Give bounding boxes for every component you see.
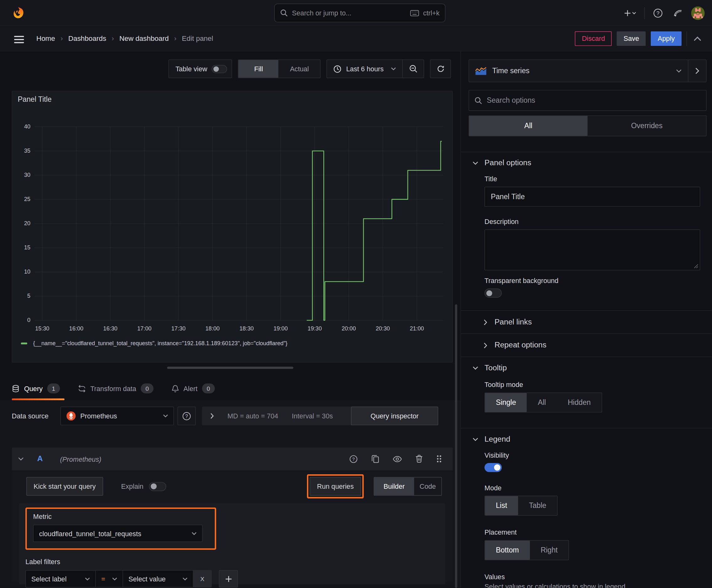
resize-grip-icon[interactable]: [694, 264, 698, 268]
description-textarea[interactable]: [484, 229, 700, 270]
toggle-visibility-eye-icon[interactable]: [391, 454, 404, 464]
alert-count-badge: 0: [202, 383, 214, 394]
placement-right-option[interactable]: Right: [530, 541, 568, 560]
grafana-logo-icon[interactable]: [11, 6, 25, 19]
menu-icon[interactable]: [12, 34, 26, 45]
topbar-divider: [644, 7, 645, 19]
viz-suggestions-button[interactable]: [688, 60, 706, 82]
tooltip-single-option[interactable]: Single: [485, 393, 527, 412]
chevron-down-icon: [391, 67, 396, 70]
help-icon[interactable]: ?: [651, 6, 665, 20]
legend-list-option[interactable]: List: [485, 496, 518, 515]
legend-visibility-toggle[interactable]: [484, 463, 502, 472]
run-queries-highlight: Run queries: [307, 474, 364, 499]
run-queries-button[interactable]: Run queries: [310, 477, 361, 496]
metric-label: Metric: [33, 512, 209, 521]
news-rss-icon[interactable]: [671, 6, 685, 20]
delete-query-trash-icon[interactable]: [414, 453, 425, 465]
chevron-up-icon[interactable]: [692, 34, 703, 42]
section-panel-options[interactable]: Panel options: [469, 152, 707, 173]
placement-bottom-option[interactable]: Bottom: [485, 541, 530, 560]
tooltip-hidden-option[interactable]: Hidden: [557, 393, 602, 412]
legend-color-swatch[interactable]: [21, 343, 27, 344]
search-shortcut: ctrl+k: [423, 9, 439, 17]
tab-transform-data[interactable]: Transform data 0: [78, 377, 158, 400]
builder-option[interactable]: Builder: [374, 478, 414, 495]
breadcrumb-dashboards[interactable]: Dashboards: [68, 34, 106, 42]
explain-toggle[interactable]: [149, 482, 166, 491]
actual-option[interactable]: Actual: [278, 60, 320, 78]
svg-text:20:00: 20:00: [342, 326, 356, 332]
placement-label: Placement: [484, 528, 706, 536]
visualization-select[interactable]: Time series: [469, 60, 688, 82]
label-filters-row: Select label = Select value: [25, 570, 439, 587]
pane-resize-handle[interactable]: [167, 366, 293, 369]
section-panel-links[interactable]: Panel links: [469, 311, 707, 333]
query-options-strip[interactable]: MD = auto = 704 Interval = 30s Query ins…: [202, 407, 438, 425]
query-datasource-hint: (Prometheus): [60, 455, 101, 463]
legend-table-option[interactable]: Table: [518, 496, 557, 515]
section-legend[interactable]: Legend: [469, 428, 707, 449]
left-pane-scrollbar[interactable]: [455, 304, 457, 588]
select-value-placeholder: Select value: [128, 575, 178, 583]
collapse-caret-icon[interactable]: [18, 457, 24, 461]
search-placeholder: Search or jump to...: [292, 9, 351, 17]
query-row-header[interactable]: A (Prometheus) ?: [12, 447, 453, 470]
svg-text:17:00: 17:00: [137, 326, 151, 332]
tooltip-mode-segment: Single All Hidden: [484, 393, 602, 413]
zoom-out-button[interactable]: [403, 60, 424, 78]
query-actions-row: Kick start your query Explain Run querie…: [26, 476, 442, 497]
visualization-picker: Time series: [469, 59, 707, 82]
legend-series-label[interactable]: {__name__="cloudflared_tunnel_total_requ…: [33, 340, 287, 346]
query-row-actions: ?: [347, 453, 444, 465]
svg-text:20: 20: [24, 220, 30, 227]
duplicate-query-icon[interactable]: [369, 453, 381, 465]
breadcrumb-new-dashboard[interactable]: New dashboard: [119, 34, 169, 42]
code-option[interactable]: Code: [414, 478, 441, 495]
save-button[interactable]: Save: [617, 31, 646, 45]
new-menu-button[interactable]: [623, 8, 638, 18]
refresh-button[interactable]: [430, 59, 451, 78]
tab-query[interactable]: Query 1: [12, 377, 65, 400]
add-filter-button[interactable]: [219, 570, 238, 587]
datasource-picker[interactable]: Prometheus: [60, 407, 174, 425]
tooltip-all-option[interactable]: All: [527, 393, 557, 412]
time-range-picker[interactable]: Last 6 hours: [327, 60, 402, 78]
discard-button[interactable]: Discard: [575, 31, 612, 45]
drag-handle-icon[interactable]: [434, 453, 444, 465]
tab-all[interactable]: All: [469, 116, 588, 136]
all-overrides-tabs: All Overrides: [469, 115, 707, 136]
panel-title-input[interactable]: Panel Title: [484, 187, 700, 207]
panel-title[interactable]: Panel Title: [18, 96, 51, 104]
metric-select[interactable]: cloudflared_tunnel_total_requests: [33, 525, 203, 542]
section-tooltip[interactable]: Tooltip: [469, 357, 707, 378]
chevron-down-icon: [473, 366, 478, 370]
kick-start-query-button[interactable]: Kick start your query: [26, 477, 103, 496]
select-label-dropdown[interactable]: Select label: [25, 570, 96, 587]
apply-button[interactable]: Apply: [651, 31, 682, 45]
select-value-dropdown[interactable]: Select value: [123, 570, 193, 587]
options-search-input[interactable]: Search options: [469, 90, 707, 111]
tab-overrides[interactable]: Overrides: [588, 116, 706, 136]
table-view-toggle[interactable]: [212, 65, 227, 73]
remove-filter-button[interactable]: X: [193, 570, 212, 587]
tab-alert[interactable]: Alert 0: [172, 377, 219, 400]
query-builder-block: Metric cloudflared_tunnel_total_requests…: [19, 504, 446, 584]
query-inspector-button[interactable]: Query inspector: [351, 407, 438, 425]
top-bar: Search or jump to... ctrl+k: [0, 0, 712, 26]
section-repeat-options[interactable]: Repeat options: [469, 334, 707, 357]
query-help-icon[interactable]: ?: [347, 453, 360, 465]
user-avatar[interactable]: [691, 6, 705, 20]
operator-dropdown[interactable]: =: [96, 570, 123, 587]
global-search-input[interactable]: Search or jump to... ctrl+k: [274, 4, 446, 22]
breadcrumb-home[interactable]: Home: [37, 34, 55, 42]
chart-legend: {__name__="cloudflared_tunnel_total_requ…: [21, 340, 287, 346]
datasource-help-button[interactable]: ?: [177, 407, 196, 425]
explain-label: Explain: [121, 482, 144, 490]
editor-tabs: Query 1 Transform data 0: [0, 377, 460, 400]
transparent-background-toggle[interactable]: [484, 288, 502, 297]
chevron-down-icon: [163, 414, 168, 417]
svg-text:19:00: 19:00: [274, 326, 287, 332]
fill-option[interactable]: Fill: [239, 60, 278, 78]
timeseries-chart[interactable]: 051015202530354015:3016:0016:3017:0017:3…: [19, 110, 446, 337]
